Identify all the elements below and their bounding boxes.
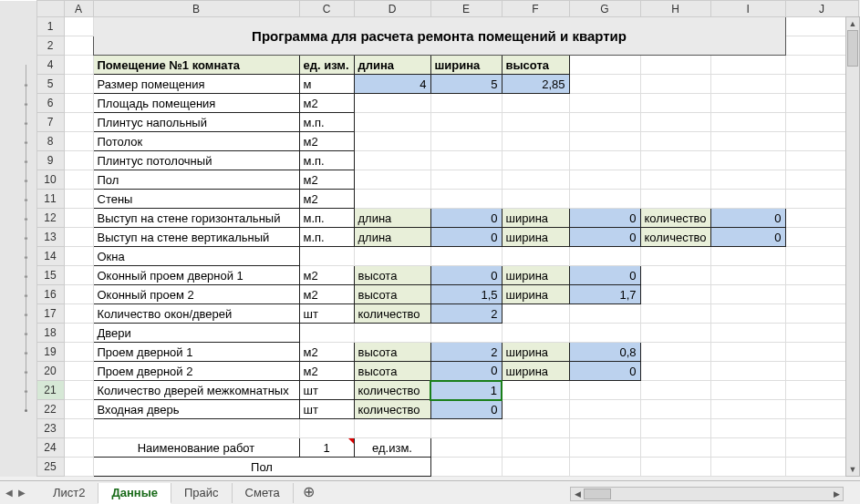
cell-B10[interactable]: Пол [93, 170, 299, 190]
col-header-F[interactable]: F [502, 1, 569, 17]
cell-G20[interactable]: 0 [569, 362, 640, 381]
cell-I13[interactable]: 0 [710, 228, 785, 247]
cell-C12[interactable]: м.п. [299, 209, 354, 228]
cell-F13[interactable]: ширина [502, 228, 569, 247]
cell-B12[interactable]: Выступ на стене горизонтальный [93, 209, 299, 228]
row-header-18[interactable]: 18 [36, 324, 64, 343]
scrollbar-horizontal[interactable]: ◀ ▶ [570, 487, 844, 501]
cell-E21-active[interactable]: 1 [430, 381, 502, 400]
row-header-2[interactable]: 2 [36, 36, 64, 56]
cell-E13[interactable]: 0 [430, 228, 502, 247]
cell-B20[interactable]: Проем дверной 2 [93, 362, 299, 381]
cell-B14[interactable]: Окна [93, 247, 299, 266]
scroll-left-icon[interactable]: ◀ [571, 488, 584, 500]
tab-sheet-1[interactable]: Лист2 [40, 483, 98, 503]
cell-C6[interactable]: м2 [299, 94, 354, 113]
col-header-J[interactable]: J [785, 1, 858, 17]
cell-C9[interactable]: м.п. [299, 151, 354, 170]
cell-B8[interactable]: Потолок [93, 132, 299, 151]
cell-F5[interactable]: 2,85 [502, 75, 569, 94]
cell-G12[interactable]: 0 [569, 209, 640, 228]
cell-G19[interactable]: 0,8 [569, 343, 640, 362]
row-header-6[interactable]: 6 [36, 94, 64, 113]
scroll-right-icon[interactable]: ▶ [830, 488, 843, 500]
row-header-21[interactable]: 21 [36, 381, 64, 400]
row-header-25[interactable]: 25 [36, 458, 64, 477]
cell-B17[interactable]: Количество окон/дверей [93, 304, 299, 324]
cell-B25-section[interactable]: Пол [93, 458, 430, 477]
cell-B5[interactable]: Размер помещения [93, 75, 299, 94]
cell-C24[interactable]: 1 [299, 438, 354, 458]
row-header-17[interactable]: 17 [36, 304, 64, 324]
row-header-14[interactable]: 14 [36, 247, 64, 266]
cell-E15[interactable]: 0 [430, 266, 502, 285]
cell-G13[interactable]: 0 [569, 228, 640, 247]
cell-B13[interactable]: Выступ на стене вертикальный [93, 228, 299, 247]
col-header-G[interactable]: G [569, 1, 640, 17]
row-header-16[interactable]: 16 [36, 285, 64, 304]
row-header-8[interactable]: 8 [36, 132, 64, 151]
row-header-7[interactable]: 7 [36, 113, 64, 132]
cell-C11[interactable]: м2 [299, 190, 354, 209]
cell-E17[interactable]: 2 [430, 304, 502, 324]
tab-nav-prev-icon[interactable]: ◀ [5, 488, 13, 498]
cell-D17[interactable]: количество [354, 304, 430, 324]
cell-B22[interactable]: Входная дверь [93, 400, 299, 419]
col-header-E[interactable]: E [430, 1, 502, 17]
cell-G15[interactable]: 0 [569, 266, 640, 285]
cell-E16[interactable]: 1,5 [430, 285, 502, 304]
row-header-12[interactable]: 12 [36, 209, 64, 228]
scroll-v-thumb[interactable] [847, 30, 858, 67]
cell-B16[interactable]: Оконный проем 2 [93, 285, 299, 304]
row-header-4[interactable]: 4 [36, 56, 64, 75]
cell-F16[interactable]: ширина [502, 285, 569, 304]
cell-B11[interactable]: Стены [93, 190, 299, 209]
row-header-23[interactable]: 23 [36, 419, 64, 438]
cell-C21[interactable]: шт [299, 381, 354, 400]
scrollbar-vertical[interactable]: ▲ ▼ [845, 16, 860, 477]
tab-sheet-4[interactable]: Смета [233, 483, 294, 503]
cell-F15[interactable]: ширина [502, 266, 569, 285]
row-header-5[interactable]: 5 [36, 75, 64, 94]
cell-F12[interactable]: ширина [502, 209, 569, 228]
row-header-19[interactable]: 19 [36, 343, 64, 362]
cell-D16[interactable]: высота [354, 285, 430, 304]
cell-B21[interactable]: Количество дверей межкомнатных [93, 381, 299, 400]
col-header-I[interactable]: I [710, 1, 785, 17]
scroll-h-thumb[interactable] [584, 489, 611, 499]
cell-H12[interactable]: количество [640, 209, 710, 228]
row-header-11[interactable]: 11 [36, 190, 64, 209]
cell-B6[interactable]: Площадь помещения [93, 94, 299, 113]
cell-E5[interactable]: 5 [430, 75, 502, 94]
cell-C15[interactable]: м2 [299, 266, 354, 285]
row-header-13[interactable]: 13 [36, 228, 64, 247]
cell-B19[interactable]: Проем дверной 1 [93, 343, 299, 362]
cell-D12[interactable]: длина [354, 209, 430, 228]
cell-C10[interactable]: м2 [299, 170, 354, 190]
cell-D15[interactable]: высота [354, 266, 430, 285]
col-header-A[interactable]: A [64, 1, 93, 17]
cell-C16[interactable]: м2 [299, 285, 354, 304]
scroll-up-icon[interactable]: ▲ [846, 17, 859, 30]
col-header-C[interactable]: C [299, 1, 354, 17]
cell-E20[interactable]: 0 [430, 362, 502, 381]
row-header-1[interactable]: 1 [36, 17, 64, 36]
row-header-10[interactable]: 10 [36, 170, 64, 190]
cell-C13[interactable]: м.п. [299, 228, 354, 247]
cell-D24[interactable]: ед.изм. [354, 438, 430, 458]
cell-C5[interactable]: м [299, 75, 354, 94]
row-header-20[interactable]: 20 [36, 362, 64, 381]
col-header-H[interactable]: H [640, 1, 710, 17]
row-header-24[interactable]: 24 [36, 438, 64, 458]
cell-G16[interactable]: 1,7 [569, 285, 640, 304]
scroll-down-icon[interactable]: ▼ [846, 463, 859, 476]
cell-D13[interactable]: длина [354, 228, 430, 247]
cell-B15[interactable]: Оконный проем дверной 1 [93, 266, 299, 285]
row-header-15[interactable]: 15 [36, 266, 64, 285]
cell-I12[interactable]: 0 [710, 209, 785, 228]
tab-sheet-2[interactable]: Данные [98, 483, 171, 504]
col-header-B[interactable]: B [93, 1, 299, 17]
tab-nav-next-icon[interactable]: ▶ [18, 488, 26, 498]
cell-H13[interactable]: количество [640, 228, 710, 247]
cell-E19[interactable]: 2 [430, 343, 502, 362]
